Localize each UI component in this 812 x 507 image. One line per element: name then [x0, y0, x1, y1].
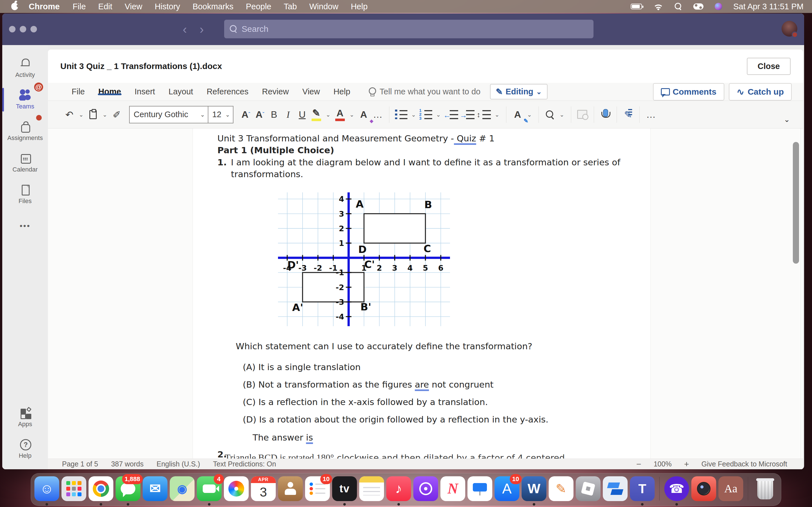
dock-mail[interactable]: ✉ [143, 476, 167, 501]
sidebar-item-help[interactable]: Help [2, 433, 48, 465]
dock-roblox[interactable] [576, 476, 601, 501]
scrollbar-track[interactable] [801, 128, 801, 459]
menubar-item-people[interactable]: People [240, 2, 277, 11]
control-center-icon[interactable] [693, 3, 703, 10]
menubar-clock[interactable]: Sat Apr 3 11:51 PM [733, 2, 804, 11]
dock-podcasts[interactable] [413, 476, 438, 501]
dock-word[interactable]: W [522, 476, 546, 501]
close-button[interactable]: Close [747, 58, 791, 75]
menubar-item-tab[interactable]: Tab [277, 2, 303, 11]
zoom-in-button[interactable]: + [684, 459, 689, 469]
teams-search-input[interactable]: Search [224, 20, 594, 38]
toolbar-more-button[interactable]: … [645, 107, 657, 122]
user-avatar[interactable] [781, 21, 797, 37]
window-close-button[interactable] [9, 26, 15, 33]
undo-button[interactable]: ↶ [64, 107, 75, 122]
dock-chrome[interactable] [89, 476, 113, 501]
font-color-button[interactable]: A [335, 107, 346, 122]
chevron-down-icon[interactable]: ⌄ [101, 107, 108, 122]
dock-contacts[interactable] [278, 476, 303, 501]
chevron-down-icon[interactable]: ⌄ [325, 107, 332, 122]
collapse-ribbon-button[interactable]: ⌄ [783, 112, 795, 128]
menubar-item-bookmarks[interactable]: Bookmarks [186, 2, 240, 11]
styles-button[interactable]: A [512, 107, 523, 122]
editing-mode-dropdown[interactable]: ✎ Editing ⌄ [490, 84, 548, 100]
dock-messages[interactable]: 1,888 [116, 476, 140, 501]
battery-icon[interactable] [631, 4, 642, 9]
page-count[interactable]: Page 1 of 5 [62, 460, 98, 468]
menubar-item-window[interactable]: Window [303, 2, 345, 11]
tab-help[interactable]: Help [327, 87, 357, 96]
menubar-item-chrome[interactable]: Chrome [22, 2, 66, 11]
catchup-button[interactable]: ∿ Catch up [729, 83, 792, 101]
dock-appstore[interactable]: A10 [495, 476, 519, 501]
chevron-down-icon[interactable]: ⌄ [494, 107, 500, 122]
dock-dictionary[interactable]: Aa [718, 476, 743, 501]
more-options-button[interactable]: … [372, 107, 384, 122]
menubar-item-view[interactable]: View [118, 2, 148, 11]
font-name-dropdown[interactable]: Century Gothic [130, 110, 200, 119]
language[interactable]: English (U.S.) [156, 460, 200, 468]
dock-news[interactable]: N [441, 476, 465, 501]
sidebar-item-assignments[interactable]: Assignments [2, 115, 48, 147]
chevron-down-icon[interactable]: ⌄ [435, 107, 442, 122]
chevron-down-icon[interactable]: ⌄ [225, 111, 233, 118]
font-size-dropdown[interactable]: 12 [208, 110, 225, 119]
sidebar-item-activity[interactable]: Activity [2, 52, 48, 84]
dock-finder[interactable]: ☺ [35, 476, 59, 501]
dictate-button[interactable] [600, 107, 611, 122]
spotlight-search-icon[interactable] [675, 3, 682, 10]
format-painter-button[interactable]: ✐ [111, 107, 122, 122]
dock-textnow[interactable]: ☎ [664, 476, 689, 501]
zoom-level[interactable]: 100% [654, 460, 672, 468]
feedback-link[interactable]: Give Feedback to Microsoft [702, 460, 787, 468]
sidebar-item-apps[interactable]: Apps [2, 402, 48, 433]
shrink-font-button[interactable]: Aˇ [254, 107, 266, 122]
editor-button[interactable]: ✎ [622, 107, 634, 122]
dock-photobooth[interactable] [691, 476, 716, 501]
menubar-item-help[interactable]: Help [345, 2, 374, 11]
document-page[interactable]: Unit 3 Transformational and Measurement … [193, 128, 651, 459]
presenter-button[interactable] [577, 107, 588, 122]
chevron-down-icon[interactable]: ⌄ [349, 107, 355, 122]
grow-font-button[interactable]: Aˆ [240, 107, 252, 122]
wifi-icon[interactable] [653, 3, 663, 10]
word-count[interactable]: 387 words [111, 460, 144, 468]
underline-button[interactable]: U [297, 107, 308, 122]
menubar-item-file[interactable]: File [66, 2, 92, 11]
dock-calendar[interactable]: APR3 [251, 476, 276, 501]
window-zoom-button[interactable] [31, 26, 37, 33]
tab-view[interactable]: View [296, 87, 326, 96]
italic-button[interactable]: I [283, 107, 294, 122]
chevron-down-icon[interactable]: ⌄ [78, 107, 85, 122]
find-button[interactable] [545, 107, 556, 122]
line-spacing-button[interactable]: ↕ [477, 107, 491, 122]
dock-flip[interactable] [603, 476, 627, 501]
nav-forward-icon[interactable]: › [200, 22, 204, 37]
dock-notes[interactable] [359, 476, 384, 501]
decrease-indent-button[interactable]: ← [445, 107, 458, 122]
chevron-down-icon[interactable]: ⌄ [410, 107, 417, 122]
dock-reminders[interactable]: 10 [305, 476, 330, 501]
dock-music[interactable]: ♪ [386, 476, 411, 501]
nav-back-icon[interactable]: ‹ [183, 22, 187, 37]
tellme-box[interactable]: Tell me what you want to do [368, 87, 480, 96]
tab-references[interactable]: References [200, 87, 255, 96]
menubar-item-edit[interactable]: Edit [92, 2, 118, 11]
tab-review[interactable]: Review [255, 87, 296, 96]
bold-button[interactable]: B [268, 107, 280, 122]
window-minimize-button[interactable] [20, 26, 26, 33]
sidebar-item-more[interactable]: ••• [2, 210, 48, 242]
text-predictions[interactable]: Text Predictions: On [213, 460, 276, 468]
dock-photos[interactable] [224, 476, 249, 501]
dock-trash[interactable] [753, 476, 777, 501]
siri-icon[interactable] [715, 3, 722, 10]
dock-tv[interactable]: tv [332, 476, 357, 501]
bullet-list-button[interactable] [395, 107, 407, 122]
dock-facetime[interactable]: 4 [197, 476, 221, 501]
sidebar-item-calendar[interactable]: Calendar [2, 147, 48, 179]
chevron-down-icon[interactable]: ⌄ [559, 107, 565, 122]
numbered-list-button[interactable]: 123 [420, 107, 432, 122]
sidebar-item-teams[interactable]: @Teams [2, 84, 48, 115]
scrollbar-thumb[interactable] [793, 142, 799, 264]
